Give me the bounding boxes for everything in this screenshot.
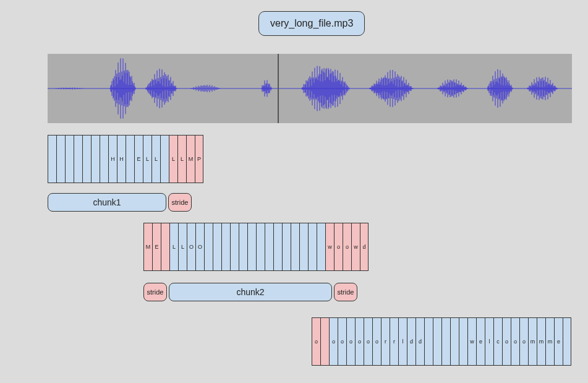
filename-pill: very_long_file.mp3	[258, 11, 365, 36]
token-cell	[160, 135, 169, 183]
token-panel-1: HHELLLLMP	[48, 135, 203, 183]
chunk-label: chunk1	[48, 193, 166, 212]
token-cell	[161, 223, 169, 271]
label-bar-1: chunk1stride	[48, 193, 192, 212]
waveform-display	[48, 54, 572, 123]
token-panel-3: ooooooorrlddwelcooommme	[312, 317, 571, 366]
token-cell: L	[169, 135, 177, 183]
waveform-divider	[278, 54, 279, 123]
token-cell: w	[351, 223, 360, 271]
token-cell: w	[467, 317, 476, 366]
token-cell	[91, 135, 100, 183]
token-cell	[563, 317, 571, 366]
token-cell	[265, 223, 273, 271]
token-cell	[424, 317, 433, 366]
label-bar-2: stridechunk2stride	[143, 283, 357, 301]
token-cell: c	[493, 317, 502, 366]
token-cell: d	[360, 223, 369, 271]
token-cell	[441, 317, 450, 366]
token-cell: O	[195, 223, 204, 271]
token-cell: L	[143, 135, 151, 183]
token-cell: o	[372, 317, 381, 366]
token-cell: m	[545, 317, 554, 366]
token-cell	[56, 135, 65, 183]
token-cell: o	[519, 317, 528, 366]
token-cell: r	[390, 317, 398, 366]
token-cell	[273, 223, 282, 271]
token-cell: o	[312, 317, 320, 366]
token-cell	[317, 223, 325, 271]
token-cell	[247, 223, 256, 271]
token-cell	[256, 223, 265, 271]
token-cell	[82, 135, 91, 183]
token-panel-2: MELLOOwoowd	[143, 223, 369, 271]
token-cell: o	[364, 317, 372, 366]
token-cell: o	[334, 223, 343, 271]
token-cell: M	[186, 135, 195, 183]
token-cell	[48, 135, 56, 183]
token-cell: E	[134, 135, 143, 183]
token-cell	[459, 317, 467, 366]
token-cell: o	[511, 317, 519, 366]
token-cell: o	[502, 317, 511, 366]
token-cell: e	[554, 317, 563, 366]
token-cell: M	[143, 223, 152, 271]
token-cell: o	[355, 317, 364, 366]
token-cell: H	[117, 135, 126, 183]
token-cell: o	[343, 223, 351, 271]
token-cell	[65, 135, 74, 183]
token-cell: o	[338, 317, 346, 366]
token-cell	[282, 223, 291, 271]
waveform-svg	[48, 54, 572, 123]
token-cell	[291, 223, 299, 271]
chunk-label: chunk2	[169, 283, 332, 301]
token-cell: L	[177, 135, 186, 183]
token-cell: w	[325, 223, 334, 271]
token-cell	[230, 223, 239, 271]
token-cell	[204, 223, 213, 271]
token-cell: m	[528, 317, 537, 366]
token-cell	[433, 317, 441, 366]
token-cell: d	[415, 317, 424, 366]
token-cell: L	[178, 223, 187, 271]
token-cell: l	[485, 317, 493, 366]
token-cell: m	[537, 317, 545, 366]
stride-label: stride	[334, 283, 357, 301]
token-cell: L	[169, 223, 178, 271]
token-cell: o	[329, 317, 338, 366]
stride-label: stride	[143, 283, 167, 301]
token-cell: d	[407, 317, 415, 366]
token-cell: L	[151, 135, 160, 183]
token-cell	[126, 135, 134, 183]
token-cell	[213, 223, 221, 271]
token-cell: l	[398, 317, 407, 366]
token-cell	[100, 135, 108, 183]
token-cell	[239, 223, 247, 271]
token-cell	[308, 223, 317, 271]
token-cell: o	[346, 317, 355, 366]
token-cell: P	[195, 135, 203, 183]
filename-text: very_long_file.mp3	[270, 18, 353, 28]
token-cell	[299, 223, 308, 271]
token-cell: O	[187, 223, 195, 271]
token-cell	[450, 317, 459, 366]
token-cell: r	[381, 317, 390, 366]
token-cell: E	[152, 223, 161, 271]
token-cell	[320, 317, 329, 366]
token-cell: e	[476, 317, 485, 366]
token-cell: H	[108, 135, 117, 183]
token-cell	[74, 135, 82, 183]
token-cell	[221, 223, 230, 271]
stride-label: stride	[168, 193, 192, 212]
